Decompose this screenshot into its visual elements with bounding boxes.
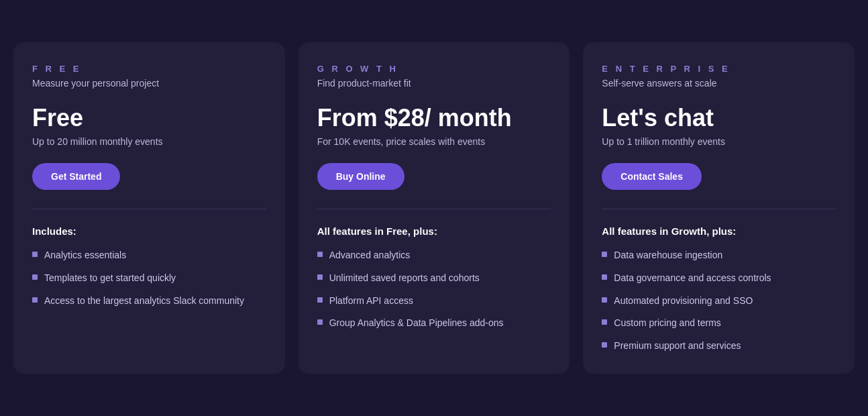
feature-item: Group Analytics & Data Pipelines add-ons	[317, 317, 551, 330]
feature-text: Data governance and access controls	[614, 272, 771, 285]
plan-button-free[interactable]: Get Started	[32, 163, 120, 190]
plan-label-enterprise: E N T E R P R I S E	[602, 64, 836, 74]
plan-button-growth[interactable]: Buy Online	[317, 163, 404, 190]
feature-item: Custom pricing and terms	[602, 317, 836, 330]
plan-label-growth: G R O W T H	[317, 64, 551, 74]
feature-text: Unlimited saved reports and cohorts	[329, 272, 480, 285]
feature-text: Templates to get started quickly	[44, 272, 176, 285]
plan-tagline-enterprise: Self-serve answers at scale	[602, 78, 836, 89]
bullet-icon	[602, 297, 607, 303]
feature-item: Data warehouse ingestion	[602, 249, 836, 262]
bullet-icon	[602, 252, 607, 257]
pricing-container: F R E E Measure your personal project Fr…	[13, 42, 855, 374]
pricing-card-free: F R E E Measure your personal project Fr…	[13, 42, 285, 374]
plan-tagline-growth: Find product-market fit	[317, 78, 551, 89]
plan-price-note-growth: For 10K events, price scales with events	[317, 136, 551, 147]
bullet-icon	[602, 319, 607, 325]
bullet-icon	[32, 274, 38, 280]
features-heading-enterprise: All features in Growth, plus:	[602, 225, 836, 237]
bullet-icon	[32, 297, 38, 303]
divider-growth	[317, 209, 551, 209]
pricing-card-enterprise: E N T E R P R I S E Self-serve answers a…	[583, 42, 855, 374]
feature-text: Automated provisioning and SSO	[614, 295, 753, 308]
feature-text: Custom pricing and terms	[614, 317, 721, 330]
features-heading-growth: All features in Free, plus:	[317, 225, 551, 237]
features-list-free: Analytics essentials Templates to get st…	[32, 249, 266, 307]
bullet-icon	[32, 252, 38, 257]
bullet-icon	[602, 274, 607, 280]
plan-tagline-free: Measure your personal project	[32, 78, 266, 89]
bullet-icon	[317, 274, 323, 280]
pricing-card-growth: G R O W T H Find product-market fit From…	[299, 42, 570, 374]
plan-price-note-enterprise: Up to 1 trillion monthly events	[602, 136, 836, 147]
feature-item: Unlimited saved reports and cohorts	[317, 272, 551, 285]
feature-item: Access to the largest analytics Slack co…	[32, 295, 266, 308]
plan-price-note-free: Up to 20 million monthly events	[32, 136, 266, 147]
feature-text: Advanced analytics	[329, 249, 411, 262]
plan-button-enterprise[interactable]: Contact Sales	[602, 163, 702, 190]
feature-item: Premium support and services	[602, 340, 836, 353]
plan-price-free: Free	[32, 105, 266, 132]
feature-text: Analytics essentials	[44, 249, 126, 262]
features-heading-free: Includes:	[32, 225, 266, 237]
bullet-icon	[317, 319, 323, 325]
feature-item: Automated provisioning and SSO	[602, 295, 836, 308]
feature-item: Data governance and access controls	[602, 272, 836, 285]
bullet-icon	[317, 297, 323, 303]
feature-item: Advanced analytics	[317, 249, 551, 262]
plan-price-growth: From $28/ month	[317, 105, 551, 132]
features-list-growth: Advanced analytics Unlimited saved repor…	[317, 249, 551, 329]
feature-item: Platform API access	[317, 295, 551, 308]
feature-text: Premium support and services	[614, 340, 741, 353]
bullet-icon	[602, 342, 607, 348]
divider-enterprise	[602, 209, 836, 209]
plan-price-enterprise: Let's chat	[602, 105, 836, 132]
feature-text: Access to the largest analytics Slack co…	[44, 295, 244, 308]
feature-item: Analytics essentials	[32, 249, 266, 262]
feature-text: Platform API access	[329, 295, 413, 308]
divider-free	[32, 209, 266, 209]
plan-label-free: F R E E	[32, 64, 266, 74]
features-list-enterprise: Data warehouse ingestion Data governance…	[602, 249, 836, 352]
feature-text: Group Analytics & Data Pipelines add-ons	[329, 317, 504, 330]
feature-item: Templates to get started quickly	[32, 272, 266, 285]
feature-text: Data warehouse ingestion	[614, 249, 722, 262]
bullet-icon	[317, 252, 323, 257]
